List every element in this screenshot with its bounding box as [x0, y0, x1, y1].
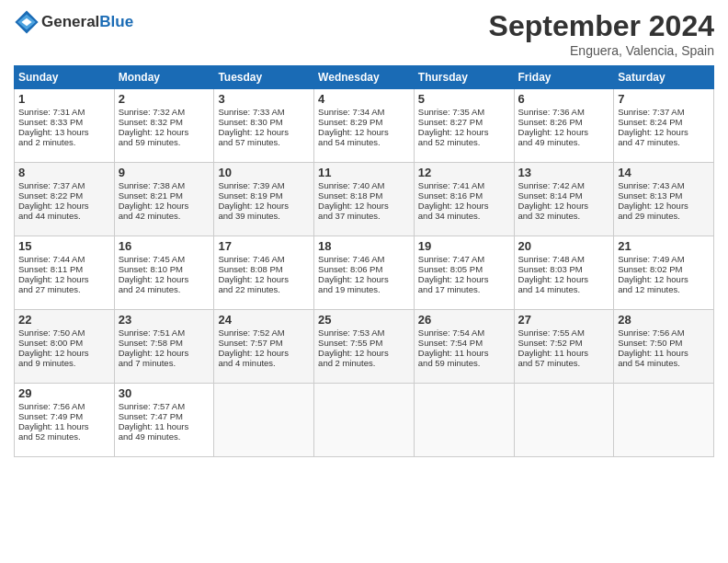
day-info: Daylight: 12 hours — [18, 274, 110, 284]
day-info: Sunset: 7:49 PM — [18, 411, 110, 421]
day-cell — [314, 384, 415, 457]
day-number: 26 — [418, 313, 510, 327]
day-info: and 2 minutes. — [18, 137, 110, 147]
day-info: Daylight: 11 hours — [518, 348, 610, 358]
day-info: Sunrise: 7:46 AM — [318, 254, 410, 264]
day-info: Daylight: 12 hours — [518, 274, 610, 284]
day-number: 15 — [18, 239, 110, 253]
day-cell: 19Sunrise: 7:47 AMSunset: 8:05 PMDayligh… — [414, 236, 514, 310]
day-info: Sunset: 7:58 PM — [119, 338, 210, 348]
day-info: Sunset: 8:26 PM — [518, 117, 610, 127]
day-cell — [514, 384, 614, 457]
logo-icon — [14, 9, 40, 35]
col-saturday: Saturday — [614, 66, 714, 89]
day-info: Daylight: 12 hours — [318, 348, 410, 358]
week-row-2: 8Sunrise: 7:37 AMSunset: 8:22 PMDaylight… — [15, 163, 714, 236]
col-wednesday: Wednesday — [314, 66, 415, 89]
day-info: Sunrise: 7:55 AM — [518, 327, 610, 338]
day-info: Sunset: 7:50 PM — [618, 338, 710, 348]
day-number: 5 — [418, 92, 510, 106]
day-info: Daylight: 11 hours — [418, 348, 510, 358]
day-info: Sunrise: 7:54 AM — [418, 327, 510, 338]
day-info: and 47 minutes. — [618, 137, 710, 147]
day-info: and 24 minutes. — [119, 284, 210, 294]
day-info: Sunset: 8:14 PM — [518, 190, 610, 201]
day-info: and 49 minutes. — [119, 431, 210, 442]
day-info: Daylight: 12 hours — [318, 274, 410, 284]
day-info: Daylight: 12 hours — [418, 127, 510, 137]
day-info: and 54 minutes. — [318, 137, 410, 147]
day-info: Daylight: 12 hours — [618, 127, 710, 137]
day-info: Sunrise: 7:36 AM — [518, 107, 610, 117]
day-number: 10 — [218, 166, 310, 179]
header-row: Sunday Monday Tuesday Wednesday Thursday… — [15, 66, 714, 89]
day-number: 20 — [518, 239, 610, 253]
day-number: 29 — [18, 386, 110, 400]
day-cell: 13Sunrise: 7:42 AMSunset: 8:14 PMDayligh… — [514, 163, 614, 236]
calendar-table: Sunday Monday Tuesday Wednesday Thursday… — [14, 65, 714, 457]
col-thursday: Thursday — [414, 66, 514, 89]
day-number: 4 — [318, 92, 410, 106]
day-cell: 15Sunrise: 7:44 AMSunset: 8:11 PMDayligh… — [15, 236, 115, 310]
day-info: Daylight: 12 hours — [119, 274, 210, 284]
day-cell: 24Sunrise: 7:52 AMSunset: 7:57 PMDayligh… — [214, 310, 314, 384]
day-number: 12 — [418, 166, 510, 179]
day-info: and 32 minutes. — [518, 211, 610, 221]
day-info: Sunrise: 7:34 AM — [318, 107, 410, 117]
day-info: Sunrise: 7:32 AM — [119, 107, 210, 117]
day-number: 25 — [318, 313, 410, 327]
day-info: Daylight: 12 hours — [318, 127, 410, 137]
day-cell: 26Sunrise: 7:54 AMSunset: 7:54 PMDayligh… — [414, 310, 514, 384]
day-info: and 52 minutes. — [418, 137, 510, 147]
day-info: Sunrise: 7:52 AM — [218, 327, 310, 338]
day-info: and 34 minutes. — [418, 211, 510, 221]
day-info: Sunset: 8:29 PM — [318, 117, 410, 127]
day-cell: 11Sunrise: 7:40 AMSunset: 8:18 PMDayligh… — [314, 163, 415, 236]
day-info: Daylight: 12 hours — [518, 127, 610, 137]
day-info: and 57 minutes. — [518, 358, 610, 368]
day-info: Sunrise: 7:33 AM — [218, 107, 310, 117]
day-info: and 59 minutes. — [119, 137, 210, 147]
day-info: Sunrise: 7:37 AM — [618, 107, 710, 117]
day-cell: 6Sunrise: 7:36 AMSunset: 8:26 PMDaylight… — [514, 89, 614, 163]
day-info: Sunrise: 7:57 AM — [119, 401, 210, 411]
day-cell: 28Sunrise: 7:56 AMSunset: 7:50 PMDayligh… — [614, 310, 714, 384]
day-info: Sunset: 8:13 PM — [618, 190, 710, 201]
col-friday: Friday — [514, 66, 614, 89]
day-number: 13 — [518, 166, 610, 179]
day-cell: 12Sunrise: 7:41 AMSunset: 8:16 PMDayligh… — [414, 163, 514, 236]
day-info: Sunset: 7:57 PM — [218, 338, 310, 348]
day-info: Sunset: 8:03 PM — [518, 264, 610, 274]
day-info: Sunset: 8:10 PM — [119, 264, 210, 274]
day-info: Daylight: 12 hours — [618, 274, 710, 284]
week-row-1: 1Sunrise: 7:31 AMSunset: 8:33 PMDaylight… — [15, 89, 714, 163]
day-cell: 8Sunrise: 7:37 AMSunset: 8:22 PMDaylight… — [15, 163, 115, 236]
day-number: 8 — [18, 166, 110, 179]
day-info: Sunrise: 7:38 AM — [119, 180, 210, 190]
day-number: 19 — [418, 239, 510, 253]
day-info: Sunrise: 7:45 AM — [119, 254, 210, 264]
day-info: and 12 minutes. — [618, 284, 710, 294]
day-info: Sunset: 8:24 PM — [618, 117, 710, 127]
day-info: Sunset: 8:02 PM — [618, 264, 710, 274]
day-number: 28 — [618, 313, 710, 327]
day-info: Daylight: 12 hours — [418, 201, 510, 211]
day-info: and 42 minutes. — [119, 211, 210, 221]
day-info: Daylight: 12 hours — [18, 201, 110, 211]
day-number: 3 — [218, 92, 310, 106]
day-cell: 30Sunrise: 7:57 AMSunset: 7:47 PMDayligh… — [114, 384, 214, 457]
day-info: Sunrise: 7:51 AM — [119, 327, 210, 338]
day-cell: 7Sunrise: 7:37 AMSunset: 8:24 PMDaylight… — [614, 89, 714, 163]
logo-text: GeneralBlue — [41, 13, 133, 31]
day-number: 16 — [119, 239, 210, 253]
day-cell: 4Sunrise: 7:34 AMSunset: 8:29 PMDaylight… — [314, 89, 415, 163]
day-info: Sunrise: 7:43 AM — [618, 180, 710, 190]
col-sunday: Sunday — [15, 66, 115, 89]
day-info: Daylight: 12 hours — [618, 201, 710, 211]
day-info: Daylight: 11 hours — [618, 348, 710, 358]
week-row-4: 22Sunrise: 7:50 AMSunset: 8:00 PMDayligh… — [15, 310, 714, 384]
day-info: Sunset: 7:54 PM — [418, 338, 510, 348]
day-info: Sunset: 8:21 PM — [119, 190, 210, 201]
day-info: Sunrise: 7:40 AM — [318, 180, 410, 190]
day-number: 18 — [318, 239, 410, 253]
